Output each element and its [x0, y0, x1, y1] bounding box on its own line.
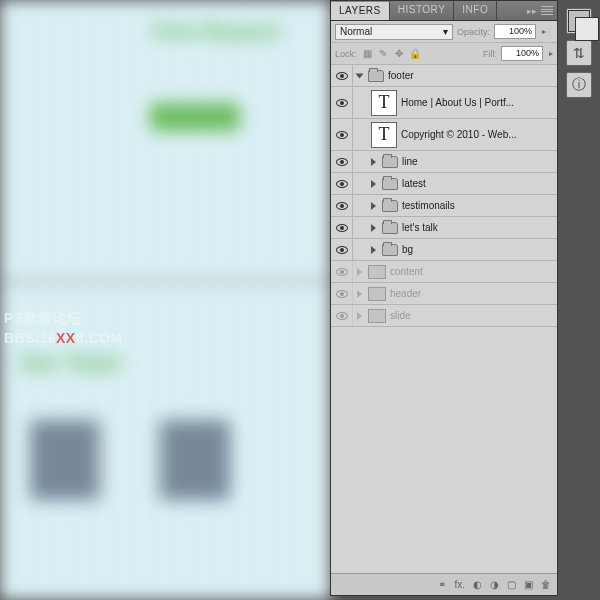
visibility-toggle[interactable]: [331, 195, 353, 216]
layers-panel: LAYERS HISTORY INFO ▸▸ Normal▾ Opacity: …: [330, 0, 558, 596]
link-layers-icon[interactable]: ⚭: [438, 579, 446, 590]
folder-icon: [368, 265, 386, 279]
visibility-toggle[interactable]: [331, 173, 353, 194]
layer-name[interactable]: bg: [402, 244, 413, 255]
layers-footer: ⚭ fx. ◐ ◑ ▢ ▣ 🗑: [331, 573, 557, 595]
text-layer-icon: T: [371, 90, 397, 116]
lock-paint-icon[interactable]: ✎: [377, 48, 390, 59]
tab-info[interactable]: INFO: [454, 1, 497, 20]
text-layer-icon: T: [371, 122, 397, 148]
side-tool-adjust[interactable]: ⇅: [566, 40, 592, 66]
collapse-icon[interactable]: ▸▸: [527, 6, 537, 16]
lock-label: Lock:: [335, 49, 357, 59]
visibility-toggle[interactable]: [331, 283, 353, 304]
opacity-input[interactable]: 100%: [494, 24, 536, 39]
folder-icon: [368, 309, 386, 323]
layer-dim-content[interactable]: content: [331, 261, 557, 283]
layer-name[interactable]: footer: [388, 70, 414, 81]
layer-name[interactable]: let's talk: [402, 222, 438, 233]
folder-icon: [382, 244, 398, 256]
disclosure-icon[interactable]: [357, 290, 362, 298]
disclosure-icon[interactable]: [371, 224, 376, 232]
lock-transparency-icon[interactable]: ▦: [361, 48, 374, 59]
layer-text-copyright[interactable]: TCopyright © 2010 - Web...: [331, 119, 557, 151]
new-folder-icon[interactable]: ▢: [507, 579, 516, 590]
panel-menu-icon[interactable]: [541, 6, 553, 16]
folder-icon: [368, 70, 384, 82]
adjustment-icon[interactable]: ◑: [490, 579, 499, 590]
layers-list[interactable]: footer THome | About Us | Portf... TCopy…: [331, 65, 557, 573]
visibility-toggle[interactable]: [331, 65, 353, 86]
folder-icon: [382, 222, 398, 234]
watermark-text: PS教程论坛 BBS.16XX8.COM: [4, 308, 123, 348]
lock-position-icon[interactable]: ✥: [393, 48, 406, 59]
folder-icon: [382, 178, 398, 190]
layer-name[interactable]: content: [390, 266, 423, 277]
fx-icon[interactable]: fx.: [454, 579, 465, 590]
opacity-label: Opacity:: [457, 27, 490, 37]
disclosure-icon[interactable]: [371, 158, 376, 166]
disclosure-icon[interactable]: [356, 73, 364, 78]
lock-row: Lock: ▦ ✎ ✥ 🔒 Fill: 100% ▸: [331, 43, 557, 65]
layer-text-nav[interactable]: THome | About Us | Portf...: [331, 87, 557, 119]
layer-dim-slide[interactable]: slide: [331, 305, 557, 327]
fill-dropdown-icon[interactable]: ▸: [549, 49, 553, 58]
tab-history[interactable]: HISTORY: [390, 1, 455, 20]
layer-group-line[interactable]: line: [331, 151, 557, 173]
visibility-toggle[interactable]: [331, 119, 353, 150]
layer-group-letstalk[interactable]: let's talk: [331, 217, 557, 239]
tab-layers[interactable]: LAYERS: [331, 1, 390, 20]
folder-icon: [368, 287, 386, 301]
visibility-toggle[interactable]: [331, 87, 353, 118]
lock-all-icon[interactable]: 🔒: [409, 48, 422, 59]
layer-group-latest[interactable]: latest: [331, 173, 557, 195]
disclosure-icon[interactable]: [371, 202, 376, 210]
layer-name[interactable]: header: [390, 288, 421, 299]
layer-name[interactable]: Copyright © 2010 - Web...: [401, 129, 517, 140]
side-color-swatch[interactable]: [566, 8, 592, 34]
layer-name[interactable]: line: [402, 156, 418, 167]
layer-group-footer[interactable]: footer: [331, 65, 557, 87]
blurred-canvas: Time Request Our Team: [0, 0, 330, 600]
fill-label: Fill:: [483, 49, 497, 59]
layer-name[interactable]: testimonails: [402, 200, 455, 211]
side-tool-info[interactable]: ⓘ: [566, 72, 592, 98]
layer-dim-header[interactable]: header: [331, 283, 557, 305]
opacity-dropdown-icon[interactable]: ▸: [542, 27, 546, 36]
side-toolstrip: ⇅ ⓘ: [564, 2, 594, 98]
disclosure-icon[interactable]: [357, 312, 362, 320]
visibility-toggle[interactable]: [331, 239, 353, 260]
layer-name[interactable]: latest: [402, 178, 426, 189]
folder-icon: [382, 200, 398, 212]
layer-group-testimonails[interactable]: testimonails: [331, 195, 557, 217]
visibility-toggle[interactable]: [331, 305, 353, 326]
visibility-toggle[interactable]: [331, 217, 353, 238]
disclosure-icon[interactable]: [371, 246, 376, 254]
visibility-toggle[interactable]: [331, 151, 353, 172]
disclosure-icon[interactable]: [371, 180, 376, 188]
blend-mode-select[interactable]: Normal▾: [335, 24, 453, 40]
trash-icon[interactable]: 🗑: [541, 579, 551, 590]
disclosure-icon[interactable]: [357, 268, 362, 276]
folder-icon: [382, 156, 398, 168]
panel-tabs: LAYERS HISTORY INFO ▸▸: [331, 1, 557, 21]
new-layer-icon[interactable]: ▣: [524, 579, 533, 590]
fill-input[interactable]: 100%: [501, 46, 543, 61]
blend-row: Normal▾ Opacity: 100% ▸: [331, 21, 557, 43]
layer-name[interactable]: Home | About Us | Portf...: [401, 97, 514, 108]
mask-icon[interactable]: ◐: [473, 579, 482, 590]
layer-group-bg[interactable]: bg: [331, 239, 557, 261]
layer-name[interactable]: slide: [390, 310, 411, 321]
visibility-toggle[interactable]: [331, 261, 353, 282]
